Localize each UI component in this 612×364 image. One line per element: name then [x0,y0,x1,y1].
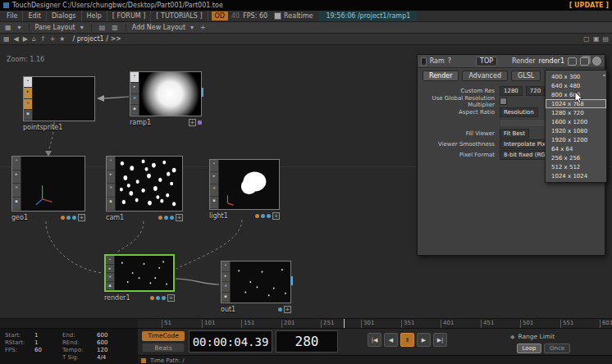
render-flag-dot[interactable] [150,296,154,300]
field-value[interactable]: 1 [34,332,62,339]
add-new-layout-button[interactable]: Add New Layout [132,24,185,31]
layout-grid-icon[interactable]: ▦ [3,24,13,31]
expand-plus-button[interactable]: + [176,214,183,221]
node-geo1[interactable]: •▸×▪ geo1 + [11,156,85,222]
display-flag-dot[interactable] [278,307,282,312]
pane-split-icon-1[interactable]: ▢ [583,35,590,43]
dropdown-item[interactable]: 640 x 480 [546,81,606,90]
pickable-flag-dot[interactable] [162,296,166,300]
up-icon[interactable]: ↑ [40,35,46,43]
render-flag-dot[interactable] [61,216,65,220]
expand-plus-button[interactable]: + [189,119,196,126]
jump-to-end-button[interactable]: ▶| [433,333,447,347]
caret-down-icon[interactable]: ▾ [189,24,195,31]
update-button[interactable]: [ UPDATE ] [569,2,609,9]
display-flag-dot[interactable] [66,216,71,220]
tab-advanced[interactable]: Advanced [462,71,508,81]
dropdown-item[interactable]: 1600 x 1200 [546,117,606,126]
node-flags[interactable]: •▸×▪ [24,77,33,121]
tab-glsl[interactable]: GLSL [511,71,541,81]
op-name-label[interactable]: render1 [539,57,564,65]
time-path-label[interactable]: Time Path: / [150,357,185,364]
menu-item-dialogs[interactable]: Dialogs [47,11,82,21]
node-out1[interactable]: •▸×▪ out1 + [221,261,291,314]
timecode-mode-button[interactable]: TimeCode [142,331,185,341]
menu-item-help[interactable]: Help [82,11,107,21]
display-flag-dot[interactable] [164,216,168,220]
field-value[interactable]: 600 [97,339,138,347]
tutorials-link[interactable]: [ TUTORIALS ] [151,11,208,21]
forward-icon[interactable]: ▶ [23,35,28,43]
forum-link[interactable]: [ FORUM ] [107,11,152,21]
field-value[interactable]: 120 [97,347,138,354]
add-icon[interactable]: + [50,35,56,43]
global-res-multiplier-checkbox[interactable] [500,98,507,105]
jump-to-start-button[interactable]: |◀ [368,333,381,347]
field-value[interactable]: 1 [34,339,62,347]
back-icon[interactable]: ◀ [14,35,19,43]
dropdown-item[interactable]: 400 x 300 [546,72,606,81]
aspect-ratio-menu[interactable]: Resolution [500,107,538,117]
dropdown-item[interactable]: 256 x 256 [546,153,606,162]
split-horizontal-icon[interactable]: ▤ [98,24,107,31]
home-icon[interactable]: ⌂ [32,35,36,43]
expand-plus-button[interactable]: + [272,212,280,220]
node-flags[interactable]: •▸×▪ [107,157,116,211]
split-vertical-icon[interactable]: ▥ [110,24,120,31]
menu-item-edit[interactable]: Edit [23,11,47,21]
field-value[interactable]: 60 [34,347,62,354]
realtime-label[interactable]: Realtime [284,12,313,20]
viewer-dot[interactable] [198,121,202,125]
loop-button[interactable]: Loop [517,344,541,353]
output-connector[interactable] [201,88,203,97]
node-flags[interactable]: •▸×▪ [222,262,231,303]
pane-split-icon-3[interactable]: ▤ [602,35,609,43]
output-connector[interactable] [290,276,293,285]
field-value[interactable]: 4/4 [97,354,138,362]
display-flag-dot[interactable] [261,214,265,218]
dropdown-item-hovered[interactable]: 1024 x 768 [546,99,606,108]
field-value[interactable]: 600 [97,332,138,339]
od-toggle[interactable]: OD [212,11,228,20]
beats-mode-button[interactable]: Beats [142,343,185,353]
play-forward-button[interactable]: ▶ [417,333,431,347]
fill-viewer-menu[interactable]: Fit Best [500,129,529,139]
pane-layout-button[interactable]: Pane Layout [35,24,75,31]
pickable-flag-dot[interactable] [170,216,174,220]
help-button[interactable]: ? [448,57,451,65]
op-viewer-box[interactable] [421,57,427,66]
pickable-flag-dot[interactable] [72,216,76,220]
menu-item-file[interactable]: File [2,11,23,21]
pickable-flag-dot[interactable] [267,214,271,218]
dropdown-item[interactable]: 800 x 600 [546,90,606,99]
caret-down-icon[interactable]: ▾ [79,24,85,31]
caret-down-icon[interactable]: ▾ [16,24,23,31]
language-icon[interactable] [592,57,601,66]
dropdown-item[interactable]: 1280 x 720 [546,108,606,117]
custom-res-height-field[interactable]: 720 [526,86,545,96]
dropdown-item[interactable]: 1024 x 1024 [546,171,606,180]
add-layout-plus-button[interactable]: + [199,24,208,31]
network-grid-icon[interactable]: ▦ [3,35,10,43]
once-button[interactable]: Once [544,344,570,353]
dropdown-item[interactable]: 512 x 512 [546,162,606,171]
node-flags[interactable]: •▸×▪ [210,160,219,209]
node-pointsprite1[interactable]: •▸×▪ pointsprite1 [23,76,95,132]
timeline-ruler[interactable]: 51 101 151 201 251 301 351 401 451 501 5… [0,318,612,328]
render-flag-dot[interactable] [255,214,259,218]
node-light1[interactable]: •▸×▪ light1 + [209,159,280,221]
scroll-up-icon[interactable]: ▴ [603,71,605,77]
pane-split-icon-2[interactable]: ▣ [593,35,600,43]
expand-plus-button[interactable]: + [284,306,291,313]
display-flag-dot[interactable] [156,296,160,300]
breadcrumb[interactable]: / project1 / >> [73,35,121,43]
play-reverse-button[interactable]: ◀ [384,333,398,347]
star-icon[interactable]: ★ [59,35,65,43]
dropdown-item[interactable]: 64 x 64 [546,144,606,153]
node-render1[interactable]: •▸×▪ render1 + [104,254,175,303]
comment-icon[interactable] [568,57,577,66]
node-flags[interactable]: •▸×▪ [130,72,139,116]
tab-render[interactable]: Render [422,71,459,81]
node-ramp1[interactable]: •▸×▪ ramp1 + [130,71,202,127]
node-cam1[interactable]: •▸×▪ c [106,156,183,222]
